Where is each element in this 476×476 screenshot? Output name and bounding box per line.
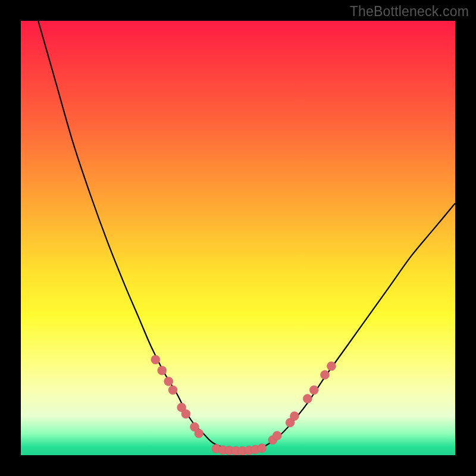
data-marker [309,386,318,394]
data-marker [327,362,336,371]
bottleneck-curve [38,21,455,451]
data-marker [158,366,167,375]
chart-frame: TheBottleneck.com [0,0,476,476]
data-marker [303,394,312,403]
data-marker [258,444,267,453]
data-marker [321,370,330,379]
data-markers [151,355,336,455]
data-marker [195,429,203,438]
data-marker [290,412,299,421]
data-marker [151,355,160,364]
watermark-text: TheBottleneck.com [350,4,469,20]
plot-area [21,21,455,455]
data-marker [168,386,177,394]
data-marker [273,431,281,440]
data-marker [181,409,190,418]
chart-svg [21,21,455,455]
data-marker [164,377,173,386]
